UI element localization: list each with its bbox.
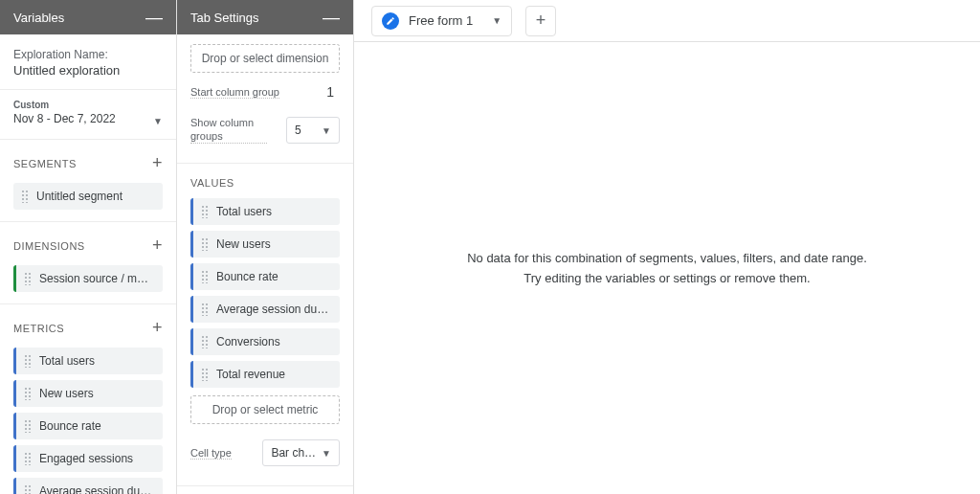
collapse-tab-settings-icon[interactable]: — — [323, 12, 340, 22]
date-range-value: Nov 8 - Dec 7, 2022 — [13, 112, 116, 125]
metric-chip[interactable]: Bounce rate — [13, 413, 163, 439]
drag-handle-icon[interactable] — [201, 335, 209, 348]
chevron-down-icon: ▼ — [153, 116, 163, 126]
tab-settings-title: Tab Settings — [190, 11, 259, 25]
chevron-down-icon[interactable]: ▼ — [492, 15, 501, 26]
tab-free-form[interactable]: Free form 1 ▼ — [371, 6, 512, 36]
start-column-group-value[interactable]: 1 — [326, 84, 340, 100]
values-drop-target[interactable]: Drop or select metric — [190, 395, 340, 424]
empty-state: No data for this combination of segments… — [354, 42, 980, 494]
collapse-variables-icon[interactable]: — — [145, 12, 163, 22]
tab-settings-panel: Tab Settings — Drop or select dimension … — [177, 0, 354, 494]
drag-handle-icon[interactable] — [21, 190, 29, 203]
tab-bar: Free form 1 ▼ + — [354, 0, 980, 42]
value-chip[interactable]: Bounce rate — [190, 263, 340, 290]
tab-settings-header: Tab Settings — — [177, 0, 353, 34]
start-column-group-label: Start column group — [190, 86, 279, 99]
exploration-name-value[interactable]: Untitled exploration — [13, 63, 163, 78]
variables-panel: Variables — Exploration Name: Untitled e… — [0, 0, 177, 494]
show-column-groups-select[interactable]: 5 ▼ — [286, 117, 340, 144]
drag-handle-icon[interactable] — [201, 205, 209, 218]
date-range-selector[interactable]: Custom Nov 8 - Dec 7, 2022 ▼ — [0, 90, 176, 140]
drag-handle-icon[interactable] — [24, 387, 32, 400]
metric-chip[interactable]: Engaged sessions — [13, 445, 163, 472]
add-dimension-button[interactable]: + — [152, 236, 163, 256]
dimension-chip[interactable]: Session source / m… — [13, 265, 163, 292]
add-tab-button[interactable]: + — [525, 6, 556, 36]
metric-chip[interactable]: New users — [13, 380, 163, 407]
drag-handle-icon[interactable] — [201, 368, 209, 381]
drag-handle-icon[interactable] — [24, 484, 32, 494]
metrics-label: METRICS — [13, 323, 64, 334]
show-column-groups-label: Show column groups — [190, 117, 267, 143]
value-chip[interactable]: New users — [190, 231, 340, 258]
drag-handle-icon[interactable] — [201, 303, 209, 316]
value-chip[interactable]: Average session du… — [190, 296, 340, 323]
value-chip[interactable]: Total revenue — [190, 361, 340, 388]
empty-state-line2: Try editing the variables or settings or… — [523, 269, 810, 288]
rows-drop-target[interactable]: Drop or select dimension — [190, 44, 340, 73]
cell-type-select[interactable]: Bar ch… ▼ — [262, 439, 340, 466]
variables-title: Variables — [13, 11, 64, 25]
metric-chip[interactable]: Total users — [13, 348, 163, 374]
chevron-down-icon: ▼ — [322, 125, 331, 136]
value-chip[interactable]: Total users — [190, 198, 340, 225]
empty-state-line1: No data for this combination of segments… — [467, 249, 867, 268]
dimensions-label: DIMENSIONS — [13, 240, 85, 252]
date-range-label: Custom — [13, 100, 163, 110]
exploration-name-label: Exploration Name: — [13, 48, 163, 61]
metric-chip[interactable]: Average session du… — [13, 478, 163, 494]
drag-handle-icon[interactable] — [24, 419, 32, 433]
cell-type-label: Cell type — [190, 447, 232, 460]
drag-handle-icon[interactable] — [201, 237, 209, 251]
drag-handle-icon[interactable] — [24, 354, 32, 368]
chevron-down-icon: ▼ — [322, 448, 331, 459]
main-area: Free form 1 ▼ + No data for this combina… — [354, 0, 980, 494]
drag-handle-icon[interactable] — [24, 272, 32, 285]
add-segment-button[interactable]: + — [152, 153, 163, 173]
variables-header: Variables — — [0, 0, 176, 34]
tab-label: Free form 1 — [409, 13, 473, 28]
exploration-name-block: Exploration Name: Untitled exploration — [0, 34, 176, 83]
segment-chip[interactable]: Untitled segment — [13, 183, 163, 210]
values-label: VALUES — [190, 177, 234, 189]
edit-icon — [382, 12, 399, 30]
segments-label: SEGMENTS — [13, 158, 77, 169]
drag-handle-icon[interactable] — [24, 452, 32, 465]
value-chip[interactable]: Conversions — [190, 328, 340, 355]
add-metric-button[interactable]: + — [152, 318, 163, 338]
drag-handle-icon[interactable] — [201, 270, 209, 283]
